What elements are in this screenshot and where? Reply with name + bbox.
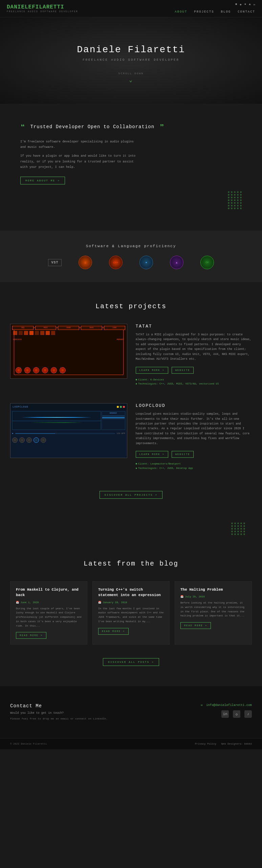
logo[interactable]: DANIELEFILARETTI FREELANCE AUDIO SOFTWAR… (7, 4, 78, 13)
scroll-arrow-icon[interactable]: ⌄ (7, 77, 255, 83)
blog-post-1-title: From Haskell to Clojure, and back (16, 587, 82, 598)
project-tatat-info: TATAT TATAT is a MIDI plugin designed fo… (136, 324, 252, 386)
contact-github-icon[interactable]: ◇ (233, 710, 240, 718)
discover-posts-button[interactable]: DISCOVER ALL POSTS > (103, 658, 159, 666)
project-loopcloud-image: LOOPCLOUD BROWSER (10, 403, 127, 458)
decorative-dots (228, 191, 242, 210)
contact-section: Contact Me Would you like to get in touc… (0, 686, 262, 738)
hero-subtitle: FREELANCE AUDIO SOFTWARE DEVELOPER (7, 58, 255, 62)
nav-blog[interactable]: BLOG (221, 10, 231, 14)
contact-right: ✉ info@danielefilaretti.com in ◇ ♪ (138, 703, 252, 721)
github-icon[interactable]: ◆ (240, 3, 241, 6)
contact-email: ✉ info@danielefilaretti.com (201, 703, 252, 707)
navigation: DANIELEFILARETTI FREELANCE AUDIO SOFTWAR… (0, 0, 262, 17)
projects-section: Latest projects SEQ MIDI RAND SAVE LOAD (0, 282, 262, 519)
skill-juce: ◆ (137, 257, 156, 269)
project-loopcloud-name: Loopcloud (136, 403, 252, 408)
footer-copyright: © 2022 Daniele Filaretti (10, 743, 47, 745)
projects-title: Latest projects (10, 302, 252, 310)
blog-post-2-read-button[interactable]: READ MORE > (98, 628, 129, 635)
blog-title: Latest from the blog (10, 560, 252, 568)
blog-post-2-title: Turning C++'s switch statement into an e… (98, 587, 164, 598)
footer: © 2022 Daniele Filaretti Privacy Policy … (0, 738, 262, 749)
project-tatat-image: SEQ MIDI RAND SAVE LOAD PR (10, 324, 127, 379)
soundcloud-icon[interactable]: ● (244, 3, 246, 6)
contact-left: Contact Me Would you like to get in touc… (10, 703, 124, 721)
skill-max: ▲ (168, 257, 186, 269)
blog-post-3-excerpt: Before looking at the halting problem, i… (180, 601, 246, 618)
blog-post-3-read-button[interactable]: READ MORE > (180, 622, 211, 629)
project-loopcloud-desc: Loopcloud gives musicians studio-quality… (136, 412, 252, 446)
contact-grid: Contact Me Would you like to get in touc… (10, 703, 252, 721)
nav-about[interactable]: ABOUT (175, 10, 187, 14)
blog-post-2-excerpt: In the last few months I got involved in… (98, 607, 164, 624)
logo-name: DANIELEFILARETTI (7, 4, 78, 10)
loopcloud-website-button[interactable]: WEBSITE (172, 451, 194, 458)
email-icon[interactable]: ✉ (254, 3, 255, 6)
footer-links: Privacy Policy Web Designers: bkbkd (195, 743, 252, 745)
nav-contact[interactable]: CONTACT (238, 10, 255, 14)
quote-block: ❝ Trusted Developer Open to Collaboratio… (20, 124, 242, 132)
tatat-website-button[interactable]: WEBSITE (172, 367, 194, 374)
open-quote-icon: ❝ (20, 124, 25, 132)
social-icons: ■ ◆ ● ▲ ✉ (235, 3, 255, 6)
contact-desc: Please feel free to drop me an email or … (10, 717, 124, 721)
skill-cpp: C++ (107, 257, 125, 269)
nav-links: ABOUT PROJECTS BLOG CONTACT (175, 10, 255, 14)
project-tatat-buttons: LEARN MORE > WEBSITE (136, 367, 252, 374)
contact-tagline: Would you like to get in touch? (10, 711, 124, 715)
contact-soundcloud-icon[interactable]: ♪ (244, 710, 252, 718)
email-icon: ✉ (201, 704, 202, 707)
about-section: ❝ Trusted Developer Open to Collaboratio… (0, 104, 262, 231)
blog-card-3: The Halting Problem July 20, 2016 Before… (175, 581, 252, 645)
dots-decoration-2 (0, 519, 262, 539)
blog-post-1-date: June 1, 2020 (16, 601, 82, 604)
skills-title: Software & Language proficiency (7, 244, 255, 248)
hero-name: Daniele Filaretti (7, 44, 255, 55)
project-loopcloud: Loopcloud Loopcloud gives musicians stud… (10, 403, 252, 471)
footer-webdesign-link[interactable]: Web Designers: bkbkd (221, 743, 252, 745)
hero-section: Daniele Filaretti FREELANCE AUDIO SOFTWA… (0, 17, 262, 104)
skills-logos: VST ♫ C++ ◆ ▲ C# (7, 257, 255, 269)
about-para-2: If you have a plugin or app idea and wou… (20, 153, 139, 170)
loopcloud-learn-button[interactable]: LEARN MORE > (136, 451, 168, 458)
blog-card-1: From Haskell to Clojure, and back June 1… (10, 581, 87, 645)
project-loopcloud-buttons: LEARN MORE > WEBSITE (136, 451, 252, 458)
more-about-button[interactable]: MORE ABOUT ME > (20, 177, 65, 184)
project-loopcloud-info: Loopcloud Loopcloud gives musicians stud… (136, 403, 252, 471)
blog-post-1-read-button[interactable]: READ MORE > (16, 632, 46, 639)
twitter-icon[interactable]: ■ (235, 3, 237, 6)
skill-au: ♫ (76, 257, 95, 269)
nav-projects[interactable]: PROJECTS (194, 10, 214, 14)
skills-section: Software & Language proficiency VST ♫ C+… (0, 231, 262, 282)
bandcamp-icon[interactable]: ▲ (249, 3, 250, 6)
discover-projects-wrap: DISCOVER ALL PROJECTS > (10, 488, 252, 499)
project-tatat-name: TATAT (136, 324, 252, 329)
logo-subtitle: FREELANCE AUDIO SOFTWARE DEVELOPER (7, 10, 78, 13)
scroll-down-label: scroll down ⌄ (7, 72, 255, 83)
tatat-learn-button[interactable]: LEARN MORE > (136, 367, 168, 374)
contact-title: Contact Me (10, 703, 124, 709)
close-quote-icon: ❞ (159, 124, 164, 132)
blog-post-1-excerpt: During the last couple of years, I've be… (16, 607, 82, 628)
about-para-1: I'm freelance software developer special… (20, 139, 139, 150)
contact-social-icons: in ◇ ♪ (221, 710, 252, 718)
project-loopcloud-meta: ■Client: Loopmasters/Beatport ◆Technolog… (136, 462, 252, 471)
skill-csharp: C# (198, 257, 217, 269)
discover-posts-wrap: DISCOVER ALL POSTS > (10, 655, 252, 666)
blog-post-3-date: July 20, 2016 (180, 595, 246, 598)
blog-post-3-title: The Halting Problem (180, 587, 246, 593)
blog-post-2-date: January 28, 2019 (98, 601, 164, 604)
project-tatat-desc: TATAT is a MIDI plugin designed for 3 ma… (136, 332, 252, 362)
footer-privacy-link[interactable]: Privacy Policy (195, 743, 216, 745)
blog-card-2: Turning C++'s switch statement into an e… (92, 581, 170, 645)
project-tatat-meta: ■Client: K-Devices ◆Technologies: C++, J… (136, 378, 252, 387)
discover-projects-button[interactable]: DISCOVER ALL PROJECTS > (100, 491, 162, 499)
blog-section: Latest from the blog From Haskell to Clo… (0, 539, 262, 687)
contact-linkedin-icon[interactable]: in (221, 710, 229, 718)
project-tatat: SEQ MIDI RAND SAVE LOAD PR (10, 324, 252, 386)
blog-grid: From Haskell to Clojure, and back June 1… (10, 581, 252, 645)
skill-vst: VST (46, 257, 64, 269)
quote-title: Trusted Developer Open to Collaboration (30, 124, 154, 130)
